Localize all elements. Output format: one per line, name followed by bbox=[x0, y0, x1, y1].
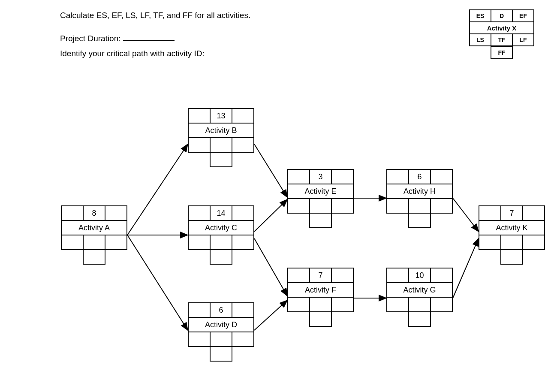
svg-line-4 bbox=[254, 144, 287, 197]
instructions-block: Calculate ES, EF, LS, LF, TF, and FF for… bbox=[60, 9, 292, 70]
activity-h-d: 6 bbox=[409, 169, 431, 184]
legend-lf: LF bbox=[512, 34, 534, 46]
activity-d-ls[interactable] bbox=[188, 332, 210, 347]
activity-b-ff[interactable] bbox=[210, 152, 232, 167]
activity-c-ls[interactable] bbox=[188, 235, 210, 250]
activity-c-node: 14 Activity C bbox=[188, 205, 254, 265]
activity-e-lf[interactable] bbox=[331, 199, 353, 213]
activity-e-ls[interactable] bbox=[288, 199, 310, 213]
activity-c-ef[interactable] bbox=[232, 206, 254, 220]
activity-c-lf[interactable] bbox=[232, 235, 254, 250]
legend-ef: EF bbox=[512, 10, 534, 22]
activity-h-es[interactable] bbox=[387, 169, 409, 184]
activity-h-node: 6 Activity H bbox=[386, 169, 453, 228]
activity-b-ls[interactable] bbox=[188, 138, 210, 152]
activity-c-tf[interactable] bbox=[210, 235, 232, 250]
activity-k-lf[interactable] bbox=[523, 235, 545, 250]
activity-g-lf[interactable] bbox=[431, 297, 452, 312]
activity-d-ff[interactable] bbox=[210, 347, 232, 361]
activity-a-ef[interactable] bbox=[105, 206, 127, 220]
activity-k-tf[interactable] bbox=[501, 235, 523, 250]
instruction-line-3: Identify your critical path with activit… bbox=[60, 47, 292, 60]
activity-f-lf[interactable] bbox=[331, 297, 353, 312]
activity-b-node: 13 Activity B bbox=[188, 108, 254, 167]
activity-b-name: Activity B bbox=[188, 123, 254, 138]
activity-a-es[interactable] bbox=[61, 206, 83, 220]
activity-a-ls[interactable] bbox=[61, 235, 83, 250]
activity-g-node: 10 Activity G bbox=[386, 268, 453, 327]
activity-f-node: 7 Activity F bbox=[287, 268, 354, 327]
activity-f-name: Activity F bbox=[288, 283, 353, 297]
activity-g-tf[interactable] bbox=[409, 297, 431, 312]
activity-e-d: 3 bbox=[310, 169, 331, 184]
activity-g-ff[interactable] bbox=[409, 312, 431, 326]
activity-h-tf[interactable] bbox=[409, 199, 431, 213]
activity-d-d: 6 bbox=[210, 303, 232, 317]
activity-b-tf[interactable] bbox=[210, 138, 232, 152]
svg-line-3 bbox=[127, 235, 188, 330]
activity-b-lf[interactable] bbox=[232, 138, 254, 152]
activity-e-name: Activity E bbox=[288, 184, 353, 199]
activity-k-ef[interactable] bbox=[523, 206, 545, 220]
legend-d: D bbox=[491, 10, 512, 22]
activity-h-ls[interactable] bbox=[387, 199, 409, 213]
activity-c-name: Activity C bbox=[188, 220, 254, 235]
activity-g-ef[interactable] bbox=[431, 268, 452, 283]
activity-e-es[interactable] bbox=[288, 169, 310, 184]
legend-ff: FF bbox=[491, 47, 512, 59]
activity-a-node: 8 Activity A bbox=[61, 205, 127, 265]
activity-h-name: Activity H bbox=[387, 184, 452, 199]
activity-a-lf[interactable] bbox=[105, 235, 127, 250]
instruction-line-1: Calculate ES, EF, LS, LF, TF, and FF for… bbox=[60, 9, 292, 22]
activity-k-ff[interactable] bbox=[501, 250, 523, 264]
activity-f-tf[interactable] bbox=[310, 297, 331, 312]
activity-g-d: 10 bbox=[409, 268, 431, 283]
legend-tf: TF bbox=[491, 34, 512, 46]
svg-line-1 bbox=[127, 144, 188, 235]
activity-d-es[interactable] bbox=[188, 303, 210, 317]
activity-d-name: Activity D bbox=[188, 317, 254, 332]
instruction-line-2: Project Duration: bbox=[60, 32, 292, 45]
svg-line-10 bbox=[453, 198, 479, 232]
activity-d-tf[interactable] bbox=[210, 332, 232, 347]
activity-f-ef[interactable] bbox=[331, 268, 353, 283]
activity-h-ff[interactable] bbox=[409, 213, 431, 228]
legend-activity-name: Activity X bbox=[470, 22, 534, 34]
activity-a-tf[interactable] bbox=[83, 235, 105, 250]
svg-line-5 bbox=[254, 199, 287, 232]
legend-es: ES bbox=[470, 10, 491, 22]
legend-ls: LS bbox=[470, 34, 491, 46]
activity-c-ff[interactable] bbox=[210, 250, 232, 264]
activity-f-es[interactable] bbox=[288, 268, 310, 283]
svg-line-7 bbox=[254, 300, 287, 330]
activity-a-ff[interactable] bbox=[83, 250, 105, 264]
activity-g-es[interactable] bbox=[387, 268, 409, 283]
activity-h-ef[interactable] bbox=[431, 169, 452, 184]
activity-f-ff[interactable] bbox=[310, 312, 331, 326]
critical-path-blank[interactable] bbox=[207, 47, 292, 56]
activity-f-d: 7 bbox=[310, 268, 331, 283]
activity-f-ls[interactable] bbox=[288, 297, 310, 312]
project-duration-blank[interactable] bbox=[123, 32, 175, 41]
activity-e-ff[interactable] bbox=[310, 213, 331, 228]
activity-d-node: 6 Activity D bbox=[188, 302, 254, 362]
activity-d-ef[interactable] bbox=[232, 303, 254, 317]
activity-e-ef[interactable] bbox=[331, 169, 353, 184]
activity-d-lf[interactable] bbox=[232, 332, 254, 347]
activity-h-lf[interactable] bbox=[431, 199, 452, 213]
activity-a-d: 8 bbox=[83, 206, 105, 220]
activity-k-d: 7 bbox=[501, 206, 523, 220]
activity-b-d: 13 bbox=[210, 109, 232, 123]
activity-b-ef[interactable] bbox=[232, 109, 254, 123]
activity-k-node: 7 Activity K bbox=[479, 205, 545, 265]
activity-g-ls[interactable] bbox=[387, 297, 409, 312]
activity-c-es[interactable] bbox=[188, 206, 210, 220]
activity-k-ls[interactable] bbox=[479, 235, 501, 250]
activity-b-es[interactable] bbox=[188, 109, 210, 123]
activity-e-tf[interactable] bbox=[310, 199, 331, 213]
legend-box: ES D EF Activity X LS TF LF FF bbox=[469, 9, 534, 59]
svg-line-11 bbox=[453, 238, 479, 298]
activity-k-es[interactable] bbox=[479, 206, 501, 220]
activity-g-name: Activity G bbox=[387, 283, 452, 297]
activity-e-node: 3 Activity E bbox=[287, 169, 354, 228]
